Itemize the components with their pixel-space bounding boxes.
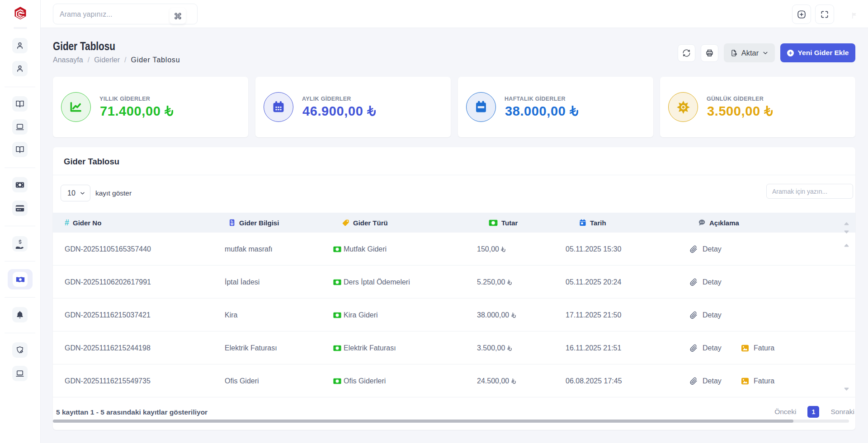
svg-text:$: $ [231, 222, 233, 225]
